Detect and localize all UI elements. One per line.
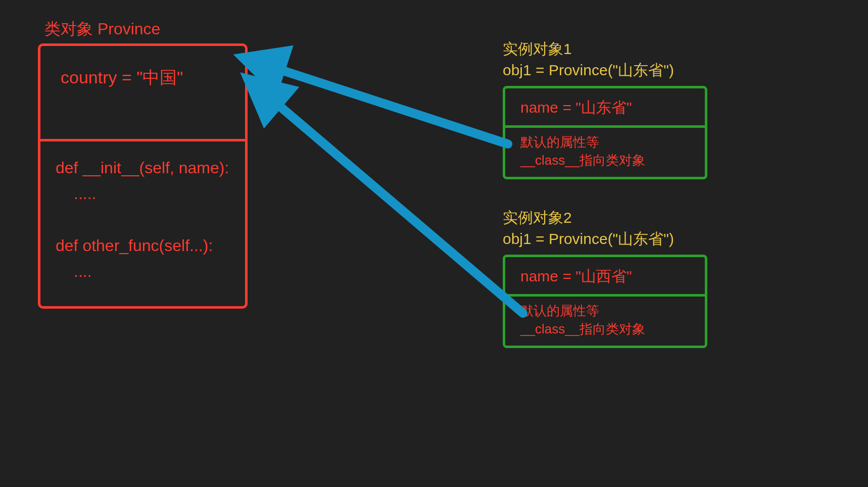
method-init-body: ..... bbox=[56, 181, 229, 207]
instance-object-2: 实例对象2 obj1 = Province("山东省") name = "山西省… bbox=[503, 207, 707, 348]
instance-1-label: 实例对象1 obj1 = Province("山东省") bbox=[503, 38, 707, 81]
instance-object-1: 实例对象1 obj1 = Province("山东省") name = "山东省… bbox=[503, 38, 707, 179]
instance-2-box: name = "山西省" 默认的属性等 __class__指向类对象 bbox=[503, 255, 707, 348]
class-attribute-text: country = "中国" bbox=[61, 66, 230, 89]
instance-2-default-line1: 默认的属性等 bbox=[520, 302, 695, 320]
instance-1-box: name = "山东省" 默认的属性等 __class__指向类对象 bbox=[503, 86, 707, 179]
arrow-instance2-to-class bbox=[268, 96, 523, 313]
instance-2-attribute: name = "山西省" bbox=[505, 257, 705, 294]
instance-1-defaults: 默认的属性等 __class__指向类对象 bbox=[505, 128, 705, 177]
arrow-instance1-to-class bbox=[268, 66, 508, 144]
instance-2-label-line2: obj1 = Province("山东省") bbox=[503, 228, 707, 250]
method-other-body: .... bbox=[56, 259, 229, 284]
instance-1-label-line1: 实例对象1 bbox=[503, 38, 707, 60]
method-other: def other_func(self...): bbox=[56, 233, 229, 259]
instance-2-defaults: 默认的属性等 __class__指向类对象 bbox=[505, 297, 705, 346]
class-attributes-section: country = "中国" bbox=[40, 46, 245, 137]
instance-2-label-line1: 实例对象2 bbox=[503, 207, 707, 228]
instance-1-default-line2: __class__指向类对象 bbox=[520, 151, 695, 169]
instance-1-label-line2: obj1 = Province("山东省") bbox=[503, 60, 707, 81]
instance-1-default-line1: 默认的属性等 bbox=[520, 133, 695, 151]
class-methods-section: def __init__(self, name): ..... def othe… bbox=[40, 145, 239, 295]
class-object-title: 类对象 Province bbox=[44, 18, 160, 40]
instance-1-attribute: name = "山东省" bbox=[505, 88, 705, 125]
class-object-box: country = "中国" def __init__(self, name):… bbox=[38, 43, 248, 309]
instance-2-default-line2: __class__指向类对象 bbox=[520, 320, 695, 338]
method-init: def __init__(self, name): bbox=[56, 155, 229, 181]
instance-2-label: 实例对象2 obj1 = Province("山东省") bbox=[503, 207, 707, 250]
class-box-divider bbox=[38, 139, 248, 141]
